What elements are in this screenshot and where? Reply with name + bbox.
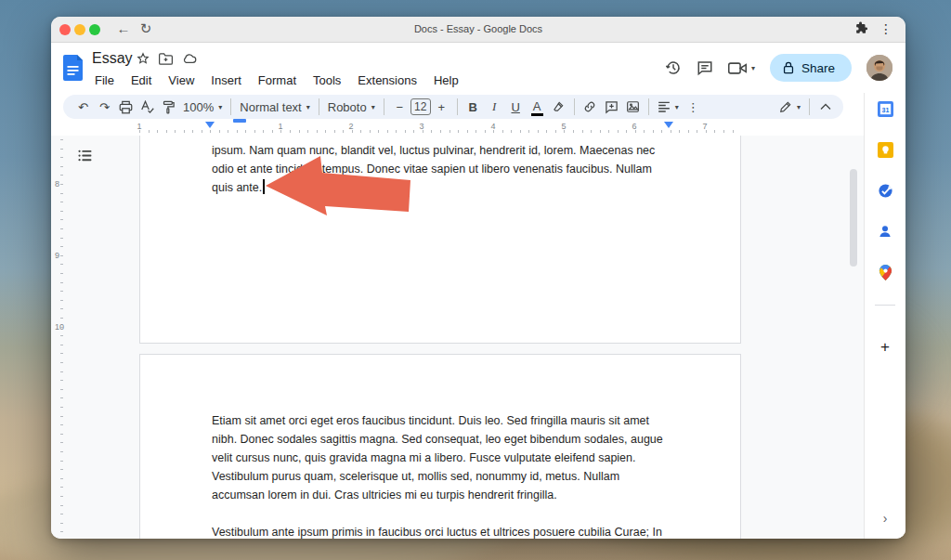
insert-image-icon[interactable] xyxy=(622,97,644,117)
undo-icon[interactable]: ↶ xyxy=(72,97,94,117)
ruler-tick xyxy=(157,130,158,133)
meet-video-call-icon[interactable] xyxy=(728,61,747,75)
google-keep-icon[interactable] xyxy=(877,141,893,158)
highlight-color-icon[interactable] xyxy=(548,97,569,117)
font-select[interactable]: Roboto▾ xyxy=(324,100,379,114)
browser-window: ← ↻ Docs - Essay - Google Docs ⋮ Essay xyxy=(51,17,905,539)
ruler-tick xyxy=(202,130,202,133)
ruler-tick xyxy=(697,130,697,133)
menu-item[interactable]: Tools xyxy=(306,72,347,89)
redo-icon[interactable]: ↷ xyxy=(94,97,115,117)
move-to-folder-icon[interactable] xyxy=(159,53,173,65)
menu-item[interactable]: File xyxy=(88,72,121,89)
ruler-tick xyxy=(493,130,494,133)
print-icon[interactable] xyxy=(115,97,137,117)
ruler-tick xyxy=(60,397,63,398)
document-page-1[interactable]: ipsum. Nam quam nunc, blandit vel, luctu… xyxy=(139,136,741,344)
ruler-tick xyxy=(644,130,645,133)
docs-menubar: FileEditViewInsertFormatToolsExtensionsH… xyxy=(88,72,465,89)
toolbar-row: ↶ ↷ 100%▾ Normal text▾ Roboto▾ − xyxy=(51,93,905,121)
ruler-tick xyxy=(449,130,450,133)
meet-dropdown-caret-icon[interactable]: ▾ xyxy=(751,64,755,72)
increase-font-size-button[interactable]: + xyxy=(431,97,452,117)
menu-item[interactable]: Edit xyxy=(124,72,158,89)
ruler-tick xyxy=(60,175,63,176)
menu-item[interactable]: Format xyxy=(252,72,303,89)
text-color-button[interactable]: A xyxy=(527,97,548,117)
ruler-tick xyxy=(280,130,281,133)
google-calendar-icon[interactable]: 31 xyxy=(877,100,893,117)
left-indent-marker[interactable] xyxy=(205,122,215,128)
document-page-2[interactable]: Etiam sit amet orci eget eros faucibus t… xyxy=(139,354,741,539)
version-history-icon[interactable] xyxy=(665,59,682,76)
paragraph-style-select[interactable]: Normal text▾ xyxy=(236,100,313,114)
insert-link-icon[interactable] xyxy=(580,97,601,117)
add-comment-icon[interactable] xyxy=(601,97,622,117)
align-select[interactable]: ▾ xyxy=(654,101,683,112)
menu-item[interactable]: Insert xyxy=(204,72,248,89)
google-contacts-icon[interactable] xyxy=(877,223,893,240)
zoom-select[interactable]: 100%▾ xyxy=(179,100,226,114)
ruler-tick xyxy=(60,166,63,167)
google-docs-logo[interactable] xyxy=(63,55,83,81)
hide-menus-chevron-icon[interactable] xyxy=(814,97,836,117)
comments-icon[interactable] xyxy=(697,59,713,76)
ruler-tick xyxy=(60,335,63,336)
extensions-puzzle-icon[interactable] xyxy=(855,21,868,34)
bold-button[interactable]: B xyxy=(462,97,484,117)
ruler-tick xyxy=(60,461,63,462)
ruler-tick xyxy=(723,130,724,133)
get-add-ons-button[interactable]: + xyxy=(880,338,890,357)
font-size-input[interactable]: 12 xyxy=(410,98,431,115)
ruler-tick xyxy=(139,130,140,133)
ruler-tick xyxy=(60,345,63,345)
spellcheck-icon[interactable] xyxy=(137,97,158,117)
horizontal-ruler[interactable]: 11234567 xyxy=(51,121,905,136)
menu-item[interactable]: View xyxy=(162,72,201,89)
hide-side-panel-chevron[interactable]: › xyxy=(883,511,888,526)
first-line-indent-marker[interactable] xyxy=(233,119,246,123)
ruler-tick xyxy=(60,255,63,256)
decrease-font-size-button[interactable]: − xyxy=(389,97,410,117)
italic-button[interactable]: I xyxy=(484,97,505,117)
document-title[interactable]: Essay xyxy=(92,50,133,67)
ruler-tick xyxy=(60,149,63,150)
ruler-tick xyxy=(184,130,185,133)
ruler-tick xyxy=(653,130,654,133)
browser-menu-icon[interactable]: ⋮ xyxy=(879,21,892,36)
star-icon[interactable] xyxy=(137,52,150,65)
show-document-outline-icon[interactable] xyxy=(74,145,95,165)
ruler-tick xyxy=(60,300,63,301)
ruler-tick xyxy=(360,130,361,133)
document-canvas[interactable]: 8910 ipsum. Nam quam nunc, blandit vel, … xyxy=(51,136,864,539)
ruler-tick xyxy=(228,130,228,133)
share-button[interactable]: Share xyxy=(770,54,852,82)
ruler-tick xyxy=(60,478,63,479)
ruler-tick xyxy=(60,282,63,283)
docs-toolbar: ↶ ↷ 100%▾ Normal text▾ Roboto▾ − xyxy=(63,95,843,119)
editing-mode-select[interactable]: ▾ xyxy=(775,100,804,113)
ruler-tick xyxy=(573,130,574,133)
user-avatar[interactable] xyxy=(866,55,892,81)
ruler-tick xyxy=(661,130,662,133)
paint-format-icon[interactable] xyxy=(158,97,179,117)
side-panel-divider xyxy=(875,305,895,306)
more-options-icon[interactable]: ⋮ xyxy=(683,97,704,117)
menu-item[interactable]: Help xyxy=(427,72,465,89)
ruler-tick xyxy=(564,130,565,133)
ruler-tick xyxy=(502,130,503,133)
ruler-tick xyxy=(60,451,63,452)
google-tasks-icon[interactable] xyxy=(877,182,893,199)
ruler-tick xyxy=(60,193,63,194)
vertical-scrollbar-thumb[interactable] xyxy=(850,169,857,267)
ruler-tick xyxy=(635,130,636,133)
cloud-status-icon[interactable] xyxy=(182,53,197,64)
underline-button[interactable]: U xyxy=(505,97,527,117)
browser-titlebar: ← ↻ Docs - Essay - Google Docs ⋮ xyxy=(51,17,905,43)
ruler-tick xyxy=(60,362,63,363)
ruler-tick xyxy=(555,130,556,133)
menu-item[interactable]: Extensions xyxy=(351,72,423,89)
google-maps-icon[interactable] xyxy=(877,264,893,280)
ruler-tick xyxy=(405,130,406,133)
right-indent-marker[interactable] xyxy=(664,122,673,128)
